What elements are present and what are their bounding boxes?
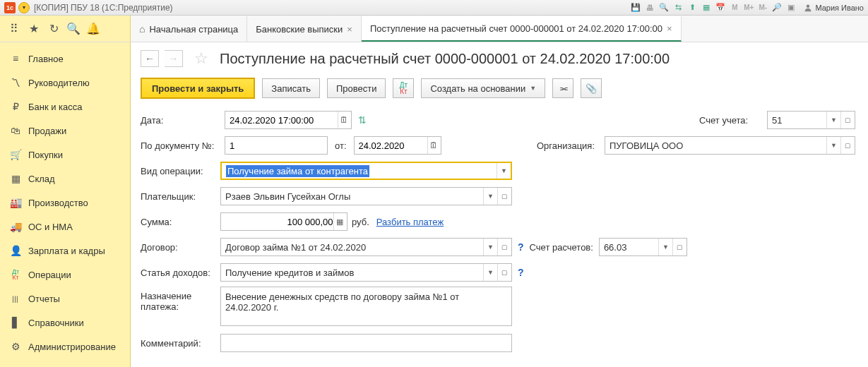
payer-combo[interactable]: Рзаев Эльвин Гусейхан Оглы ▼ ▢ (220, 187, 512, 205)
app-menu-dropdown[interactable]: ▾ (18, 2, 30, 13)
sidebar-item-catalogs[interactable]: ▋Справочники (0, 311, 130, 335)
open-icon[interactable]: ▢ (672, 239, 686, 255)
help-icon[interactable]: ? (518, 267, 524, 278)
sidebar-item-label: Отчеты (28, 294, 60, 304)
row-optype: Вид операции: Получение займа от контраг… (141, 160, 855, 182)
post-button[interactable]: Провести (327, 78, 386, 98)
post-and-close-button[interactable]: Провести и закрыть (141, 78, 255, 99)
chart-icon: 〽 (10, 77, 21, 88)
chevron-down-icon[interactable]: ▼ (658, 239, 672, 255)
m-icon[interactable]: M (729, 2, 740, 13)
row-purpose: Назначение платежа: (141, 287, 855, 326)
comment-field[interactable] (225, 338, 507, 349)
sidebar-item-purchases[interactable]: 🛒Покупки (0, 143, 130, 167)
label-docno: По документу №: (141, 140, 220, 151)
sidebar-item-production[interactable]: 🏭Производство (0, 191, 130, 215)
history-icon[interactable]: ↻ (47, 22, 61, 36)
account-combo[interactable]: 51 ▼ ▢ (767, 111, 855, 129)
tab-home[interactable]: ⌂ Начальная страница (131, 16, 247, 42)
income-combo[interactable]: Получение кредитов и займов ▼ ▢ (220, 263, 512, 282)
optype-combo[interactable]: Получение займа от контрагента ▼ (220, 162, 512, 180)
purpose-textarea[interactable] (220, 287, 512, 326)
close-icon[interactable]: × (667, 23, 672, 34)
sidebar-item-operations[interactable]: ДтКтОперации (0, 263, 130, 287)
sidebar-item-stock[interactable]: ▦Склад (0, 167, 130, 191)
calendar-icon[interactable]: 🗓 (338, 112, 350, 128)
sidebar-item-bank[interactable]: ₽Банк и касса (0, 95, 130, 119)
chevron-down-icon[interactable]: ▼ (483, 239, 497, 255)
write-button[interactable]: Записать (262, 78, 320, 98)
dtkt-button[interactable]: ДтКт (393, 78, 414, 98)
bell-icon[interactable]: 🔔 (86, 22, 100, 36)
sum-input[interactable]: ▦ (220, 212, 347, 231)
chevron-down-icon[interactable]: ▼ (826, 137, 840, 154)
sidebar-item-sales[interactable]: 🛍Продажи (0, 119, 130, 143)
sum-field[interactable] (225, 217, 333, 227)
zoom-icon[interactable]: 🔎 (771, 2, 783, 13)
bars-icon: ⫼ (10, 293, 21, 304)
open-icon[interactable]: ▢ (497, 239, 511, 255)
structure-button[interactable]: ⫘ (552, 78, 573, 98)
open-icon[interactable]: ▢ (840, 137, 855, 154)
split-payment-link[interactable]: Разбить платеж (376, 217, 444, 227)
docdate-input[interactable]: 🗓 (354, 136, 441, 155)
comment-input[interactable] (220, 334, 512, 352)
sidebar-item-assets[interactable]: 🚚ОС и НМА (0, 215, 130, 239)
contract-combo[interactable]: Договор займа №1 от 24.02.2020 ▼ ▢ (220, 238, 512, 256)
create-based-button[interactable]: Создать на основании▼ (421, 78, 545, 98)
label-optype: Вид операции: (141, 166, 220, 176)
sync-icon[interactable]: ⇅ (356, 114, 369, 126)
sidebar-item-reports[interactable]: ⫼Отчеты (0, 287, 130, 311)
current-user[interactable]: Мария Ивано (804, 4, 864, 12)
window-icon[interactable]: ▣ (785, 2, 797, 13)
sidebar-item-label: Производство (28, 198, 88, 208)
attach-button[interactable]: 📎 (581, 78, 602, 98)
docdate-field[interactable] (359, 140, 427, 151)
row-payer: Плательщик: Рзаев Эльвин Гусейхан Оглы ▼… (141, 185, 855, 207)
calc-icon[interactable]: ▦ (333, 213, 346, 230)
sidebar-item-label: Операции (28, 270, 71, 280)
chevron-down-icon[interactable]: ▼ (483, 264, 497, 281)
open-icon[interactable]: ▢ (497, 188, 511, 205)
close-icon[interactable]: × (347, 24, 352, 35)
settleacc-combo[interactable]: 66.03 ▼ ▢ (599, 238, 687, 256)
sidebar-item-main[interactable]: ≡Главное (0, 47, 130, 71)
action-bar: Провести и закрыть Записать Провести ДтК… (141, 78, 855, 99)
help-icon[interactable]: ? (518, 241, 524, 253)
chevron-down-icon[interactable]: ▼ (826, 112, 840, 128)
compare-icon[interactable]: ⇆ (672, 2, 684, 13)
preview-icon[interactable]: 🔍 (658, 2, 670, 13)
export-icon[interactable]: ⬆ (686, 2, 698, 13)
tab-bank-statements[interactable]: Банковские выписки × (247, 16, 362, 42)
star-icon[interactable]: ★ (27, 22, 41, 36)
docno-input[interactable] (225, 136, 328, 155)
save-disk-icon[interactable]: 💾 (630, 2, 641, 13)
cart-icon: 🛒 (10, 149, 21, 160)
favorite-icon[interactable]: ☆ (194, 49, 208, 68)
org-combo[interactable]: ПУГОВИЦА ООО ▼ ▢ (605, 136, 855, 155)
chevron-down-icon[interactable]: ▼ (497, 163, 511, 179)
back-button[interactable]: ← (141, 50, 159, 67)
date-field[interactable] (230, 115, 338, 126)
calendar-icon[interactable]: 📅 (715, 2, 726, 13)
svg-point-0 (807, 4, 810, 8)
apps-icon[interactable]: ⠿ (7, 22, 21, 36)
print-icon[interactable]: 🖶 (644, 2, 655, 13)
search-icon[interactable]: 🔍 (66, 22, 81, 36)
calendar-icon[interactable]: 🗓 (427, 137, 440, 154)
docno-field[interactable] (230, 140, 323, 151)
calc-icon[interactable]: ▦ (701, 2, 712, 13)
open-icon[interactable]: ▢ (497, 264, 511, 281)
date-input[interactable]: 🗓 (225, 111, 352, 129)
forward-button[interactable]: → (165, 50, 183, 67)
m-plus-icon[interactable]: M+ (743, 2, 754, 13)
sidebar-item-hr[interactable]: 👤Зарплата и кадры (0, 239, 130, 263)
truck-icon: 🚚 (10, 221, 21, 232)
sidebar-item-admin[interactable]: ⚙Администрирование (0, 335, 130, 359)
chevron-down-icon[interactable]: ▼ (483, 188, 497, 205)
m-minus-icon[interactable]: M- (757, 2, 768, 13)
open-icon[interactable]: ▢ (840, 112, 855, 128)
sidebar-item-manager[interactable]: 〽Руководителю (0, 71, 130, 95)
tab-label: Начальная страница (149, 24, 238, 35)
tab-receipt[interactable]: Поступление на расчетный счет 0000-00000… (362, 16, 682, 42)
